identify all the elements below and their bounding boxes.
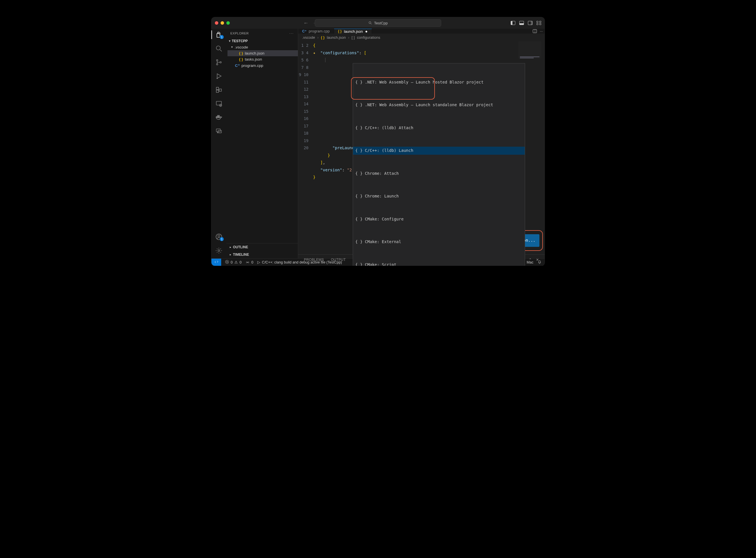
breadcrumb-folder[interactable]: .vscode <box>302 35 315 40</box>
json-file-icon: { } <box>338 29 342 33</box>
outline-section[interactable]: ▸OUTLINE <box>226 244 298 251</box>
breadcrumb-file[interactable]: launch.json <box>327 35 346 40</box>
dropdown-item[interactable]: { }CMake: Script <box>353 261 525 266</box>
settings-gear-icon[interactable] <box>215 247 223 254</box>
tab-actions: ··· <box>533 29 543 33</box>
folder-label: .vscode <box>235 45 248 49</box>
chevron-right-icon: › <box>348 35 349 40</box>
tab-program-cpp[interactable]: C⁺ program.cpp <box>298 29 334 33</box>
source-control-icon[interactable] <box>215 58 223 66</box>
svg-point-22 <box>218 250 220 251</box>
svg-point-0 <box>369 22 371 24</box>
titlebar: ← → TestCpp <box>212 17 544 29</box>
status-ports[interactable]: 0 <box>246 260 253 264</box>
chevron-right-icon: ▸ <box>230 246 231 249</box>
toggle-secondary-sidebar-icon[interactable] <box>528 21 533 25</box>
file-tasks-json[interactable]: { } tasks.json <box>227 56 298 62</box>
svg-point-6 <box>220 62 221 63</box>
status-os[interactable]: Mac <box>527 260 533 264</box>
sidebar-more-icon[interactable]: ··· <box>290 31 294 35</box>
dropdown-item[interactable]: { }CMake: External <box>353 238 525 246</box>
tab-launch-json[interactable]: { } launch.json ● <box>334 29 372 33</box>
svg-point-25 <box>247 262 248 262</box>
file-launch-json[interactable]: { } launch.json <box>227 50 298 56</box>
dropdown-item[interactable]: { }Chrome: Attach <box>353 169 525 178</box>
svg-rect-8 <box>216 87 219 90</box>
explorer-sidebar: EXPLORER ··· ▸ TESTCPP ▸ .vscode { } lau… <box>226 29 298 258</box>
debug-icon[interactable] <box>215 72 223 80</box>
svg-rect-16 <box>217 116 218 116</box>
json-file-icon: { } <box>239 51 243 55</box>
project-folder-header[interactable]: ▸ TESTCPP <box>226 38 298 44</box>
svg-rect-10 <box>219 89 221 91</box>
sidebar-collapsed-sections: ▸OUTLINE ▸TIMELINE <box>226 243 298 258</box>
folder-vscode[interactable]: ▸ .vscode <box>227 44 298 50</box>
command-center[interactable]: TestCpp <box>315 19 441 27</box>
text-editor[interactable]: 1 2 3 4 5 6 7 8 9 10 11 12 13 14 15 16 1… <box>298 41 544 254</box>
remote-indicator[interactable] <box>212 259 221 266</box>
svg-rect-11 <box>216 101 221 105</box>
project-name: TESTCPP <box>232 39 248 43</box>
svg-rect-17 <box>219 116 219 116</box>
outline-label: OUTLINE <box>233 245 248 249</box>
chevron-right-icon: › <box>317 35 319 40</box>
intellisense-dropdown[interactable]: { }.NET: Web Assembly – Launch hosted Bl… <box>353 63 525 266</box>
dropdown-item[interactable]: { }.NET: Web Assembly – Launch hosted Bl… <box>353 78 525 86</box>
svg-point-21 <box>218 235 220 237</box>
vscode-window: ← → TestCpp 1 <box>212 17 544 266</box>
cpp-file-icon: C⁺ <box>235 63 240 68</box>
titlebar-layout-icons <box>511 21 541 25</box>
breadcrumb[interactable]: .vscode › { } launch.json › [ ] configur… <box>298 33 544 41</box>
svg-point-5 <box>217 64 218 65</box>
bell-icon[interactable] <box>537 260 542 265</box>
svg-point-4 <box>217 60 218 61</box>
docker-icon[interactable] <box>215 114 223 121</box>
status-build-task[interactable]: ▷ C/C++: clang build and debug active fi… <box>258 260 342 264</box>
remote-explorer-icon[interactable] <box>215 100 223 107</box>
minimize-window-button[interactable] <box>221 21 224 25</box>
explorer-badge: 1 <box>220 35 224 39</box>
toggle-panel-icon[interactable] <box>519 21 524 25</box>
tab-label: program.cpp <box>309 29 330 33</box>
file-program-cpp[interactable]: C⁺ program.cpp <box>227 62 298 69</box>
svg-line-1 <box>371 24 372 24</box>
minimap[interactable] <box>518 41 541 58</box>
split-editor-icon[interactable] <box>533 29 537 33</box>
maximize-window-button[interactable] <box>226 21 230 25</box>
dropdown-item[interactable]: { }C/C++: (lldb) Attach <box>353 124 525 132</box>
dropdown-item[interactable]: { }.NET: Web Assembly – Launch standalon… <box>353 101 525 109</box>
breadcrumb-symbol[interactable]: configurations <box>357 35 380 40</box>
editor-group: C⁺ program.cpp { } launch.json ● ··· .vs… <box>298 29 544 258</box>
error-icon: ⓧ <box>225 260 229 265</box>
search-view-icon[interactable] <box>215 45 223 52</box>
svg-point-7 <box>217 78 218 79</box>
editor-tabs: C⁺ program.cpp { } launch.json ● ··· <box>298 29 544 33</box>
warning-icon: ⚠ <box>235 260 238 264</box>
code-content[interactable]: { ✦ "configurations": [ "preLaunchTask":… <box>313 41 544 254</box>
timeline-section[interactable]: ▸TIMELINE <box>226 251 298 258</box>
extensions-icon[interactable] <box>215 86 223 94</box>
account-badge: 1 <box>220 237 224 241</box>
file-label: launch.json <box>245 51 264 55</box>
file-label: tasks.json <box>245 57 262 61</box>
customize-layout-icon[interactable] <box>537 21 541 25</box>
account-icon[interactable]: 1 <box>215 233 223 240</box>
toggle-primary-sidebar-icon[interactable] <box>511 21 515 25</box>
search-text: TestCpp <box>374 21 388 25</box>
file-tree: ▸ .vscode { } launch.json { } tasks.json… <box>226 44 298 69</box>
svg-line-3 <box>220 50 222 51</box>
traffic-lights <box>215 21 230 25</box>
activity-bar: 1 1 <box>212 29 226 258</box>
more-actions-icon[interactable]: ··· <box>540 29 543 33</box>
tab-label: launch.json <box>344 29 363 33</box>
explorer-icon[interactable]: 1 <box>215 31 223 39</box>
dropdown-item[interactable]: { }Chrome: Launch <box>353 192 525 201</box>
nav-back-icon[interactable]: ← <box>303 20 309 26</box>
status-problems[interactable]: ⓧ0 ⚠0 <box>225 260 242 265</box>
dropdown-item[interactable]: { }CMake: Configure <box>353 215 525 223</box>
comments-icon[interactable] <box>215 127 223 135</box>
dropdown-item-selected[interactable]: { }C/C++: (lldb) Launch <box>353 147 525 155</box>
chevron-down-icon: ▸ <box>230 47 234 48</box>
close-window-button[interactable] <box>215 21 218 25</box>
chevron-down-icon: ▸ <box>228 41 231 42</box>
